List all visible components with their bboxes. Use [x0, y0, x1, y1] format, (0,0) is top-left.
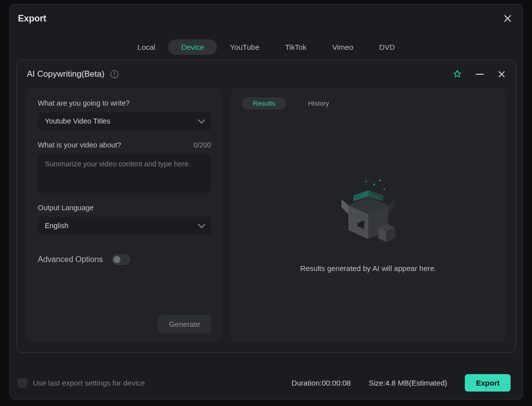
info-icon[interactable]: !: [110, 70, 118, 78]
pin-icon[interactable]: [453, 70, 462, 79]
advanced-options-label: Advanced Options: [38, 255, 103, 264]
close-icon[interactable]: [503, 13, 513, 23]
language-label: Output Language: [38, 204, 211, 212]
advanced-options-toggle[interactable]: [112, 255, 130, 265]
export-tabs: Local Device YouTube TikTok Vimeo DVD: [10, 32, 523, 60]
modal-title: Export: [18, 13, 46, 24]
tab-dvd[interactable]: DVD: [366, 39, 408, 55]
svg-point-1: [380, 180, 381, 181]
about-label: What is your video about?: [38, 141, 121, 149]
prompt-type-select[interactable]: Youtube Video Titles: [38, 112, 211, 130]
tab-youtube[interactable]: YouTube: [217, 39, 272, 55]
modal-header: Export: [10, 4, 523, 32]
empty-text: Results generated by AI will appear here…: [300, 264, 436, 272]
use-last-settings-checkbox[interactable]: [18, 379, 27, 388]
tab-vimeo[interactable]: Vimeo: [319, 39, 366, 55]
svg-point-2: [366, 181, 367, 182]
language-value: English: [45, 222, 69, 230]
tab-results[interactable]: Results: [242, 97, 286, 110]
about-input[interactable]: [38, 154, 211, 193]
prompt-type-value: Youtube Video Titles: [45, 117, 110, 125]
about-label-row: What is your video about? 0/200: [38, 141, 211, 149]
empty-state: Results generated by AI will appear here…: [242, 115, 495, 333]
use-last-settings-label: Use last export settings for device: [33, 379, 145, 387]
tab-local[interactable]: Local: [124, 39, 168, 55]
ai-results-pane: Results History: [231, 88, 506, 342]
prompt-type-label: What are you going to write?: [38, 99, 211, 107]
ai-copywriting-panel: AI Copywriting(Beta) ! What are you goin…: [16, 60, 516, 353]
export-modal: Export Local Device YouTube TikTok Vimeo…: [9, 4, 523, 400]
modal-footer: Use last export settings for device Dura…: [10, 366, 523, 399]
svg-point-0: [374, 184, 375, 185]
chevron-down-icon: [198, 117, 205, 124]
close-panel-icon[interactable]: [498, 70, 506, 78]
empty-box-icon: [328, 175, 408, 250]
size-info: Size:4.8 MB(Estimated): [369, 379, 447, 387]
about-counter: 0/200: [194, 141, 211, 149]
language-select[interactable]: English: [38, 217, 211, 235]
svg-marker-10: [341, 199, 348, 214]
ai-panel-header: AI Copywriting(Beta) !: [27, 69, 506, 79]
chevron-down-icon: [198, 221, 205, 228]
svg-point-3: [384, 189, 385, 190]
tab-device[interactable]: Device: [168, 39, 217, 55]
generate-button[interactable]: Generate: [158, 315, 211, 333]
svg-marker-11: [388, 199, 395, 214]
tab-history[interactable]: History: [297, 97, 340, 110]
export-button[interactable]: Export: [465, 374, 511, 392]
minimize-icon[interactable]: [476, 74, 484, 75]
ai-panel-title: AI Copywriting(Beta): [27, 69, 105, 79]
duration-info: Duration:00:00:08: [292, 379, 351, 387]
ai-input-pane: What are you going to write? Youtube Vid…: [27, 88, 222, 342]
tab-tiktok[interactable]: TikTok: [272, 39, 319, 55]
